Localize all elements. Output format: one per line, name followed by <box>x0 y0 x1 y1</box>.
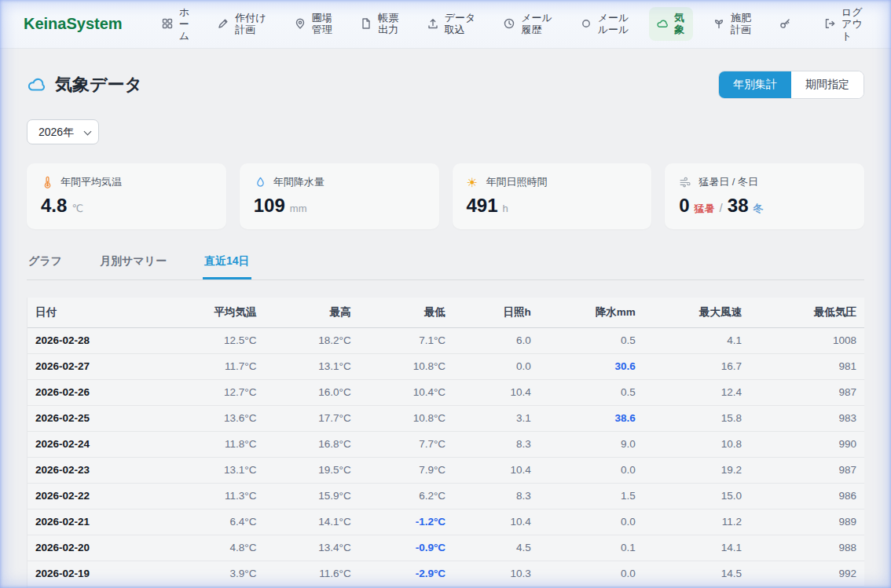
cell-date: 2026-02-22 <box>28 483 170 509</box>
main-content: 気象データ 年別集計 期間指定 2026年 年間平均気温 4.8℃ 年間降水量 … <box>0 49 891 588</box>
nav-item-label: メール履歴 <box>521 12 553 36</box>
pencil-icon <box>217 17 229 30</box>
cell-sun: 10.4 <box>453 509 539 535</box>
tab-monthly-summary[interactable]: 月別サマリー <box>98 250 168 279</box>
period-select-button[interactable]: 期間指定 <box>791 71 864 98</box>
cell-avg: 11.8°C <box>170 431 264 457</box>
history-clock-icon <box>503 17 515 30</box>
cell-wind: 12.4 <box>644 379 750 405</box>
nav-item-logout[interactable]: ログアウト <box>816 2 871 47</box>
cell-min: -0.9°C <box>359 535 453 561</box>
col-max: 最高 <box>264 298 358 327</box>
nav-item-label: 帳票出力 <box>378 12 400 36</box>
table-row: 2026-02-2612.7°C16.0°C10.4°C10.40.512.49… <box>28 379 864 405</box>
cell-rain: 30.6 <box>539 353 644 379</box>
stat-card-precipitation: 年間降水量 109mm <box>240 163 439 229</box>
cell-min: 10.8°C <box>359 405 453 431</box>
circle-icon <box>580 17 592 30</box>
cell-min: 10.8°C <box>359 353 453 379</box>
cell-avg: 12.5°C <box>170 327 264 353</box>
nav-item-planting-plan[interactable]: 作付け計画 <box>210 7 274 41</box>
table-row: 2026-02-2313.1°C19.5°C7.9°C10.40.019.298… <box>28 457 864 483</box>
cell-rain: 0.0 <box>539 561 644 586</box>
cell-rain: 0.5 <box>539 327 644 353</box>
year-select-wrap: 2026年 <box>27 119 99 144</box>
cell-wind: 15.0 <box>644 483 750 509</box>
cell-pressure: 989 <box>750 509 864 535</box>
nav-item-field-management[interactable]: 圃場管理 <box>287 7 341 41</box>
table-header-row: 日付平均気温最高最低日照h降水mm最大風速最低気圧 <box>28 298 864 327</box>
cell-rain: 1.5 <box>539 483 644 509</box>
cell-sun: 4.5 <box>453 535 539 561</box>
col-date: 日付 <box>28 298 170 327</box>
cell-rain: 38.6 <box>539 405 644 431</box>
stat-label: 年間降水量 <box>273 175 324 189</box>
stat-unit: h <box>503 203 508 214</box>
nav-item-home[interactable]: ホーム <box>154 2 198 47</box>
cloud-icon <box>27 75 47 95</box>
cold-days-tag: 冬 <box>753 202 763 216</box>
stat-unit: ℃ <box>72 203 83 214</box>
tab-recent-14-days[interactable]: 直近14日 <box>203 250 251 279</box>
stat-value: 109 <box>254 195 285 217</box>
upload-icon <box>427 17 439 30</box>
cell-max: 13.1°C <box>264 353 358 379</box>
cell-pressure: 992 <box>750 561 864 586</box>
nav-item-label: 気象 <box>674 12 686 36</box>
nav-item-mail-rule[interactable]: メールルール <box>573 7 637 41</box>
year-select[interactable]: 2026年 <box>27 119 99 144</box>
nav-item-api-key[interactable] <box>772 13 804 35</box>
nav-item-mail-history[interactable]: メール履歴 <box>496 7 560 41</box>
cell-wind: 15.8 <box>644 405 750 431</box>
cell-avg: 3.9°C <box>170 561 264 586</box>
cell-wind: 10.8 <box>644 431 750 457</box>
cell-avg: 11.7°C <box>170 353 264 379</box>
stat-cards: 年間平均気温 4.8℃ 年間降水量 109mm ☀ 年間日照時間 491h 猛暑… <box>27 163 864 229</box>
wind-icon <box>679 176 692 189</box>
nav-item-weather[interactable]: 気象 <box>649 7 693 41</box>
stat-unit: mm <box>290 203 307 214</box>
tab-bar: グラフ 月別サマリー 直近14日 <box>27 250 864 280</box>
stat-card-extreme-days: 猛暑日 / 冬日 0 猛暑 / 38 冬 <box>665 163 864 229</box>
cell-max: 16.0°C <box>264 379 358 405</box>
cell-sun: 6.0 <box>453 327 539 353</box>
view-toggle: 年別集計 期間指定 <box>718 71 864 99</box>
key-icon <box>779 17 791 30</box>
table-row: 2026-02-193.9°C11.6°C-2.9°C10.30.014.599… <box>28 561 864 586</box>
cell-max: 15.9°C <box>264 483 358 509</box>
col-avg: 平均気温 <box>170 298 264 327</box>
cell-min: 7.7°C <box>359 431 453 457</box>
cell-wind: 4.1 <box>644 327 750 353</box>
top-navigation: KeinaSystem ホーム 作付け計画 圃場管理 帳票出力 データ取込 メー… <box>0 0 891 49</box>
nav-item-fertilizer-plan[interactable]: 施肥計画 <box>706 7 760 41</box>
cell-pressure: 987 <box>750 457 864 483</box>
cell-pressure: 983 <box>750 405 864 431</box>
cell-date: 2026-02-20 <box>28 535 170 561</box>
table-row: 2026-02-204.8°C13.4°C-0.9°C4.50.114.1988 <box>28 535 864 561</box>
cell-wind: 14.5 <box>644 561 750 586</box>
nav-item-label: メールルール <box>598 12 630 36</box>
cell-max: 16.8°C <box>264 431 358 457</box>
yearly-summary-button[interactable]: 年別集計 <box>719 71 791 98</box>
cell-sun: 10.4 <box>453 457 539 483</box>
thermometer-icon <box>41 176 54 189</box>
table-row: 2026-02-2513.6°C17.7°C10.8°C3.138.615.89… <box>28 405 864 431</box>
brand-logo[interactable]: KeinaSystem <box>24 15 123 33</box>
nav-item-label: ホーム <box>179 6 191 42</box>
nav-items: ホーム 作付け計画 圃場管理 帳票出力 データ取込 メール履歴 メールルール <box>154 2 871 47</box>
cell-sun: 10.4 <box>453 379 539 405</box>
weather-table: 日付平均気温最高最低日照h降水mm最大風速最低気圧 2026-02-2812.5… <box>28 298 864 587</box>
cell-date: 2026-02-25 <box>28 405 170 431</box>
cold-days-value: 38 <box>728 195 749 217</box>
nav-item-report-output[interactable]: 帳票出力 <box>353 7 407 41</box>
stat-label: 猛暑日 / 冬日 <box>698 175 758 189</box>
tab-graph[interactable]: グラフ <box>27 250 64 279</box>
nav-item-data-import[interactable]: データ取込 <box>420 7 484 41</box>
table-body: 2026-02-2812.5°C18.2°C7.1°C6.00.54.11008… <box>28 327 864 586</box>
cell-max: 14.1°C <box>264 509 358 535</box>
nav-item-label: ログアウト <box>842 6 864 42</box>
cell-date: 2026-02-19 <box>28 561 170 586</box>
home-grid-icon <box>161 17 174 30</box>
cell-max: 13.4°C <box>264 535 358 561</box>
cell-date: 2026-02-23 <box>28 457 170 483</box>
